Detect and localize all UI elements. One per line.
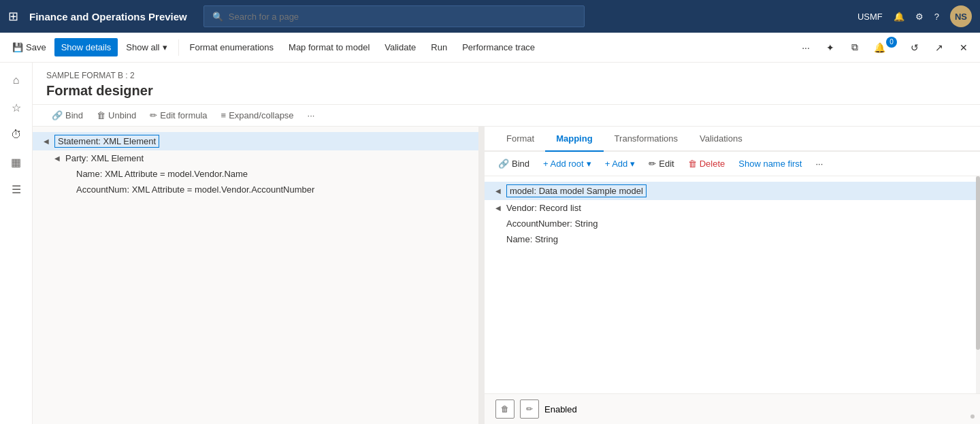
- enabled-status: Enabled: [544, 404, 577, 414]
- main-layout: ⌂ ☆ ⏱ ▦ ☰ SAMPLE FORMAT B : 2 Format des…: [0, 63, 980, 424]
- tree-item-label: Party: XML Element: [65, 153, 144, 163]
- tree-arrow-icon: [65, 186, 76, 193]
- tab-transformations[interactable]: Transformations: [604, 127, 689, 152]
- refresh-icon[interactable]: ↺: [904, 37, 926, 59]
- trash-icon: 🗑: [688, 159, 697, 169]
- map-format-button[interactable]: Map format to model: [282, 38, 376, 56]
- separator: [178, 39, 179, 56]
- splitter-handle[interactable]: [478, 127, 481, 424]
- navbar-right: USMF 🔔 ⚙ ? NS: [858, 5, 972, 27]
- sidenav-recent-icon[interactable]: ⏱: [4, 123, 29, 147]
- map-item-label: Name: String: [506, 234, 558, 244]
- commandbar: 💾 Save Show details Show all ▾ Format en…: [0, 33, 980, 63]
- scrollbar[interactable]: [976, 176, 980, 393]
- tree-arrow-icon: [495, 235, 506, 243]
- avatar[interactable]: NS: [950, 5, 972, 27]
- tree-arrow-icon: ◀: [495, 187, 506, 195]
- mapping-tree: ◀ model: Data model Sample model ◀ Vendo…: [485, 176, 980, 393]
- unbind-button[interactable]: 🗑 Unbind: [91, 108, 142, 123]
- notification-area: 🔔 0: [868, 37, 901, 59]
- tree-item-label: Statement: XML Element: [54, 135, 159, 148]
- tree-arrow-icon: [495, 220, 506, 227]
- delete-button[interactable]: 🗑 Delete: [683, 156, 731, 172]
- validate-button[interactable]: Validate: [378, 38, 423, 56]
- settings-icon[interactable]: ⚙: [915, 12, 924, 22]
- format-tree-pane: ◀ Statement: XML Element ◀ Party: XML El…: [33, 127, 482, 424]
- show-name-first-button[interactable]: Show name first: [733, 156, 807, 172]
- link-icon: 🔗: [498, 159, 509, 169]
- show-details-button[interactable]: Show details: [54, 38, 118, 56]
- search-bar[interactable]: 🔍: [203, 5, 585, 27]
- chevron-down-icon: ▾: [587, 159, 591, 169]
- tab-mapping[interactable]: Mapping: [545, 127, 603, 152]
- editor-toolbar: 🔗 Bind 🗑 Unbind ✏ Edit formula ≡ Expand/…: [33, 105, 980, 127]
- link-icon: 🔗: [52, 110, 63, 120]
- pin-icon[interactable]: ✦: [819, 37, 841, 59]
- bottom-strip: 🗑 ✏ Enabled: [485, 393, 980, 424]
- notification-badge: 0: [886, 37, 897, 48]
- map-item-vendor[interactable]: ◀ Vendor: Record list: [485, 200, 980, 216]
- chevron-down-icon: ▾: [630, 159, 635, 169]
- save-button[interactable]: 💾 Save: [5, 38, 53, 56]
- page-header: SAMPLE FORMAT B : 2 Format designer: [33, 63, 980, 105]
- delete-strip-button[interactable]: 🗑: [495, 399, 514, 419]
- tree-item-accountnum[interactable]: AccountNum: XML Attribute = model.Vendor…: [33, 182, 481, 197]
- more-options-icon[interactable]: ···: [795, 37, 817, 59]
- close-icon[interactable]: ✕: [953, 37, 975, 59]
- edit-button[interactable]: ✏ Edit: [643, 156, 679, 172]
- more-toolbar-icon[interactable]: ···: [302, 108, 321, 123]
- open-new-icon[interactable]: ↗: [928, 37, 950, 59]
- tree-item-statement[interactable]: ◀ Statement: XML Element: [33, 132, 481, 150]
- tree-arrow-icon: ◀: [54, 154, 65, 162]
- show-all-button[interactable]: Show all ▾: [119, 38, 174, 56]
- tree-arrow-icon: ◀: [44, 137, 54, 145]
- edit-strip-button[interactable]: ✏: [520, 399, 539, 419]
- performance-trace-button[interactable]: Performance trace: [455, 38, 542, 56]
- sidenav-workspace-icon[interactable]: ▦: [4, 150, 29, 174]
- env-label: USMF: [858, 12, 883, 22]
- map-item-accountnumber[interactable]: AccountNumber: String: [485, 216, 980, 231]
- fullscreen-icon[interactable]: ⧉: [844, 37, 866, 59]
- run-button[interactable]: Run: [424, 38, 454, 56]
- map-item-label: Vendor: Record list: [506, 203, 581, 213]
- tab-validations[interactable]: Validations: [689, 127, 753, 152]
- tree-item-name[interactable]: Name: XML Attribute = model.Vendor.Name: [33, 166, 481, 182]
- tree-item-label: Name: XML Attribute = model.Vendor.Name: [76, 169, 248, 179]
- add-button[interactable]: + Add ▾: [600, 156, 641, 172]
- tab-format[interactable]: Format: [495, 127, 545, 152]
- app-title: Finance and Operations Preview: [29, 11, 187, 22]
- breadcrumb: SAMPLE FORMAT B : 2: [46, 71, 966, 80]
- more-mapping-options[interactable]: ···: [810, 156, 828, 172]
- sidenav-home-icon[interactable]: ⌂: [4, 68, 29, 93]
- tree-arrow-icon: ◀: [495, 204, 506, 212]
- page-title: Format designer: [46, 83, 966, 99]
- search-input[interactable]: [229, 12, 576, 22]
- expand-icon: ≡: [221, 110, 227, 120]
- tree-item-label: AccountNum: XML Attribute = model.Vendor…: [76, 184, 314, 195]
- add-root-button[interactable]: + Add root ▾: [538, 156, 597, 172]
- bind-button[interactable]: 🔗 Bind: [46, 108, 88, 123]
- sidenav-list-icon[interactable]: ☰: [4, 177, 29, 201]
- edit-formula-button[interactable]: ✏ Edit formula: [144, 108, 212, 123]
- sidenav-favorites-icon[interactable]: ☆: [4, 95, 29, 120]
- trash-icon: 🗑: [97, 110, 105, 120]
- pencil-icon: ✏: [150, 110, 157, 120]
- sidenav: ⌂ ☆ ⏱ ▦ ☰: [0, 63, 33, 424]
- scrollbar-thumb: [976, 176, 980, 350]
- grid-icon[interactable]: ⊞: [8, 9, 18, 24]
- dot-indicator: [970, 414, 975, 419]
- map-item-model[interactable]: ◀ model: Data model Sample model: [485, 182, 980, 200]
- mapping-tabs: Format Mapping Transformations Validatio…: [485, 127, 980, 152]
- cmd-right-buttons: ··· ✦ ⧉ 🔔 0 ↺ ↗ ✕: [795, 37, 975, 59]
- format-enumerations-button[interactable]: Format enumerations: [183, 38, 281, 56]
- help-icon[interactable]: ?: [934, 12, 939, 22]
- map-item-name-string[interactable]: Name: String: [485, 231, 980, 247]
- split-pane: ◀ Statement: XML Element ◀ Party: XML El…: [33, 127, 980, 424]
- bell-icon[interactable]: 🔔: [894, 12, 904, 22]
- mapping-bind-button[interactable]: 🔗 Bind: [493, 156, 535, 172]
- search-icon: 🔍: [212, 12, 223, 22]
- tree-item-party[interactable]: ◀ Party: XML Element: [33, 150, 481, 166]
- pencil-icon: ✏: [649, 159, 656, 169]
- expand-collapse-button[interactable]: ≡ Expand/collapse: [216, 108, 299, 123]
- navbar: ⊞ Finance and Operations Preview 🔍 USMF …: [0, 0, 980, 33]
